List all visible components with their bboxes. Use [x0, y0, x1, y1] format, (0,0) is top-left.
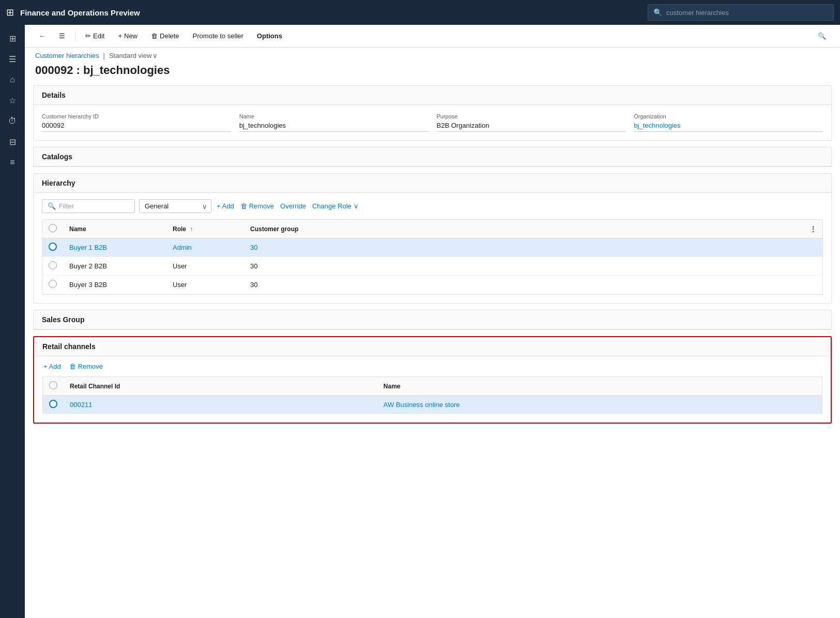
hierarchy-table-row[interactable]: Buyer 1 B2B Admin 30: [42, 238, 822, 257]
row-more-cell: [804, 238, 822, 257]
sales-group-section: Sales Group: [33, 310, 832, 330]
hierarchy-override-button[interactable]: Override: [279, 200, 307, 212]
sort-icon[interactable]: ↑: [190, 225, 193, 233]
row-customer-group-cell: 30: [244, 276, 804, 294]
hierarchy-filter-input-wrapper[interactable]: 🔍: [42, 199, 135, 213]
app-title: Finance and Operations Preview: [20, 8, 642, 17]
page-title: 000092 : bj_technologies: [25, 62, 840, 85]
chevron-down-icon: ∨: [152, 52, 158, 59]
remove-icon: 🗑: [240, 202, 247, 210]
hierarchy-dropdown-wrapper[interactable]: General ∨: [139, 199, 211, 213]
breadcrumb-link[interactable]: Customer hierarchies: [35, 52, 99, 59]
sidebar-icon-menu[interactable]: ☰: [2, 50, 23, 68]
hierarchy-dropdown[interactable]: General: [139, 199, 211, 213]
th-more-options[interactable]: ⋮: [804, 220, 822, 238]
row-radio[interactable]: [49, 243, 57, 251]
row-select-cell[interactable]: [42, 257, 63, 276]
delete-button[interactable]: 🗑 Delete: [145, 28, 185, 43]
hierarchy-section: Hierarchy 🔍 General ∨ + Add 🗑 Remove: [33, 173, 832, 304]
field-name: Name bj_technologies: [239, 113, 429, 132]
breadcrumb: Customer hierarchies | Standard view ∨: [25, 48, 840, 62]
sidebar-icon-home[interactable]: ⌂: [2, 70, 23, 89]
row-more-cell: [804, 257, 822, 276]
th-customer-group: Customer group: [244, 220, 804, 238]
catalogs-section-header: Catalogs: [34, 147, 831, 167]
retail-channels-add-button[interactable]: + Add: [42, 360, 62, 372]
select-all-radio[interactable]: [49, 224, 57, 232]
global-search-bar[interactable]: 🔍: [648, 4, 834, 21]
top-nav: ⊞ Finance and Operations Preview 🔍: [0, 0, 840, 25]
search-icon: 🔍: [653, 8, 662, 17]
sales-group-section-header: Sales Group: [34, 310, 831, 329]
hierarchy-controls: 🔍 General ∨ + Add 🗑 Remove Override Chan…: [34, 193, 831, 219]
retail-th-name: Name: [377, 377, 822, 396]
details-section: Details Customer hierarchy ID 000092 Nam…: [33, 85, 832, 141]
app-layout: ⊞ ☰ ⌂ ☆ ⏱ ⊟ ≡ ← ☰ ✏ Edit + New 🗑 Delete …: [0, 25, 840, 618]
field-value-organization[interactable]: bj_technologies: [634, 122, 823, 132]
change-role-chevron-icon: ∨: [354, 202, 359, 210]
retail-remove-icon: 🗑: [69, 363, 76, 370]
hierarchy-table-row[interactable]: Buyer 2 B2B User 30: [42, 257, 822, 276]
options-button[interactable]: Options: [251, 28, 288, 43]
retail-channels-table-wrapper: Retail Channel Id Name 000211 AW Busines…: [42, 376, 822, 414]
retail-row-select-cell[interactable]: [43, 396, 64, 414]
global-search-input[interactable]: [666, 9, 828, 17]
toolbar-divider-1: [75, 31, 75, 41]
details-section-body: Customer hierarchy ID 000092 Name bj_tec…: [34, 105, 831, 140]
retail-row-name-cell: AW Business online store: [377, 396, 822, 414]
sidebar: ⊞ ☰ ⌂ ☆ ⏱ ⊟ ≡: [0, 25, 25, 618]
hierarchy-remove-button[interactable]: 🗑 Remove: [239, 200, 275, 212]
field-organization: Organization bj_technologies: [634, 113, 823, 132]
row-radio[interactable]: [49, 261, 57, 269]
field-value-hierarchy-id[interactable]: 000092: [42, 122, 231, 132]
breadcrumb-menu-button[interactable]: ☰: [53, 28, 71, 43]
promote-to-seller-button[interactable]: Promote to seller: [187, 28, 249, 43]
retail-row-radio[interactable]: [49, 400, 57, 408]
sidebar-icon-favorites[interactable]: ☆: [2, 91, 23, 110]
field-purpose: Purpose B2B Organization: [437, 113, 626, 132]
retail-row-id-cell: 000211: [64, 396, 377, 414]
row-role-cell: User: [166, 276, 244, 294]
retail-select-all-radio[interactable]: [49, 381, 57, 389]
back-button[interactable]: ←: [33, 28, 51, 43]
row-name-cell: Buyer 2 B2B: [63, 257, 166, 276]
hierarchy-filter-input[interactable]: [59, 202, 129, 210]
hierarchy-table-header-row: Name Role ↑ Customer group ⋮: [42, 220, 822, 238]
hierarchy-change-role-button[interactable]: Change Role ∨: [311, 200, 360, 212]
row-more-cell: [804, 276, 822, 294]
details-section-header: Details: [34, 86, 831, 105]
sidebar-icon-list[interactable]: ≡: [2, 153, 23, 172]
row-radio[interactable]: [49, 280, 57, 288]
new-button[interactable]: + New: [112, 28, 143, 43]
apps-grid-icon[interactable]: ⊞: [6, 7, 14, 18]
edit-button[interactable]: ✏ Edit: [80, 28, 110, 43]
hierarchy-add-button[interactable]: + Add: [216, 200, 235, 212]
row-customer-group-cell: 30: [244, 238, 804, 257]
th-role: Role ↑: [166, 220, 244, 238]
retail-channels-table: Retail Channel Id Name 000211 AW Busines…: [42, 376, 822, 414]
filter-icon: 🔍: [48, 202, 56, 210]
sidebar-icon-recent[interactable]: ⏱: [2, 112, 23, 130]
hierarchy-table-row[interactable]: Buyer 3 B2B User 30: [42, 276, 822, 294]
retail-table-header-row: Retail Channel Id Name: [43, 377, 822, 396]
retail-table-row[interactable]: 000211 AW Business online store: [43, 396, 822, 414]
details-fields-grid: Customer hierarchy ID 000092 Name bj_tec…: [42, 113, 823, 132]
field-label-organization: Organization: [634, 113, 823, 119]
field-label-purpose: Purpose: [437, 113, 626, 119]
retail-channels-remove-button[interactable]: 🗑 Remove: [68, 360, 104, 372]
row-select-cell[interactable]: [42, 276, 63, 294]
th-name: Name: [63, 220, 166, 238]
field-value-purpose[interactable]: B2B Organization: [437, 122, 626, 132]
row-customer-group-cell: 30: [244, 257, 804, 276]
retail-channels-actions: + Add 🗑 Remove: [34, 356, 831, 376]
row-select-cell[interactable]: [42, 238, 63, 257]
retail-th-id: Retail Channel Id: [64, 377, 377, 396]
hierarchy-table-inner: Name Role ↑ Customer group ⋮: [42, 220, 822, 294]
breadcrumb-view-selector[interactable]: Standard view ∨: [109, 52, 158, 59]
sidebar-icon-tables[interactable]: ⊟: [2, 132, 23, 151]
hierarchy-section-header: Hierarchy: [34, 174, 831, 193]
toolbar-search-button[interactable]: 🔍: [812, 28, 832, 43]
hierarchy-table: Name Role ↑ Customer group ⋮: [42, 219, 823, 295]
field-value-name[interactable]: bj_technologies: [239, 122, 429, 132]
sidebar-icon-grid[interactable]: ⊞: [2, 29, 23, 48]
